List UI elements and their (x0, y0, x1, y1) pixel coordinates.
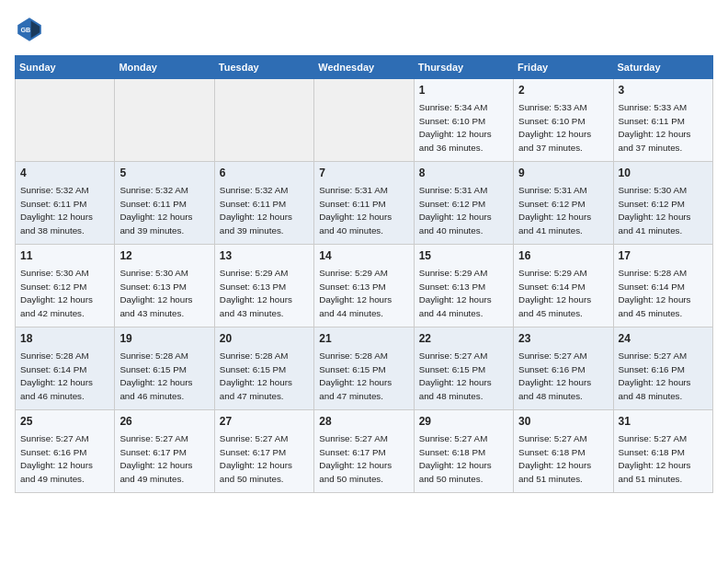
calendar-cell: 15Sunrise: 5:29 AM Sunset: 6:13 PM Dayli… (414, 245, 513, 327)
day-number: 8 (419, 166, 508, 181)
day-info: Sunrise: 5:29 AM Sunset: 6:13 PM Dayligh… (319, 268, 392, 318)
day-number: 3 (619, 83, 708, 98)
day-info: Sunrise: 5:30 AM Sunset: 6:13 PM Dayligh… (119, 268, 192, 318)
day-info: Sunrise: 5:32 AM Sunset: 6:11 PM Dayligh… (220, 185, 292, 236)
header-cell-tuesday: Tuesday (214, 56, 313, 79)
calendar-cell (314, 79, 414, 162)
calendar-cell (115, 79, 214, 162)
day-number: 4 (20, 166, 109, 181)
day-info: Sunrise: 5:28 AM Sunset: 6:14 PM Dayligh… (20, 350, 93, 401)
calendar-cell: 19Sunrise: 5:28 AM Sunset: 6:15 PM Dayli… (115, 327, 214, 410)
calendar-header: SundayMondayTuesdayWednesdayThursdayFrid… (16, 56, 713, 79)
calendar-cell: 9Sunrise: 5:31 AM Sunset: 6:12 PM Daylig… (514, 162, 613, 245)
calendar-cell: 30Sunrise: 5:27 AM Sunset: 6:18 PM Dayli… (514, 410, 613, 493)
calendar-cell: 5Sunrise: 5:32 AM Sunset: 6:11 PM Daylig… (115, 162, 214, 245)
day-info: Sunrise: 5:29 AM Sunset: 6:13 PM Dayligh… (220, 268, 292, 318)
week-row-4: 18Sunrise: 5:28 AM Sunset: 6:14 PM Dayli… (16, 327, 713, 410)
calendar-cell: 8Sunrise: 5:31 AM Sunset: 6:12 PM Daylig… (414, 162, 513, 245)
calendar-cell: 7Sunrise: 5:31 AM Sunset: 6:11 PM Daylig… (314, 162, 414, 245)
calendar-cell: 3Sunrise: 5:33 AM Sunset: 6:11 PM Daylig… (613, 79, 712, 162)
page-header: GB (15, 15, 713, 44)
day-number: 31 (619, 414, 708, 430)
calendar-cell: 21Sunrise: 5:28 AM Sunset: 6:15 PM Dayli… (314, 327, 414, 410)
week-row-3: 11Sunrise: 5:30 AM Sunset: 6:12 PM Dayli… (16, 245, 713, 327)
day-number: 25 (20, 414, 109, 430)
day-number: 2 (518, 83, 608, 98)
calendar-cell (16, 79, 115, 162)
header-cell-friday: Friday (514, 56, 613, 79)
calendar-cell: 29Sunrise: 5:27 AM Sunset: 6:18 PM Dayli… (414, 410, 513, 493)
day-number: 24 (619, 331, 708, 347)
day-info: Sunrise: 5:27 AM Sunset: 6:15 PM Dayligh… (419, 350, 492, 401)
day-info: Sunrise: 5:32 AM Sunset: 6:11 PM Dayligh… (119, 185, 192, 236)
calendar-cell: 23Sunrise: 5:27 AM Sunset: 6:16 PM Dayli… (514, 327, 613, 410)
day-number: 14 (319, 248, 408, 264)
day-number: 30 (518, 414, 608, 430)
logo-icon: GB (15, 15, 44, 44)
day-info: Sunrise: 5:28 AM Sunset: 6:15 PM Dayligh… (119, 350, 192, 401)
day-number: 7 (319, 166, 408, 181)
calendar-cell: 24Sunrise: 5:27 AM Sunset: 6:16 PM Dayli… (613, 327, 712, 410)
day-info: Sunrise: 5:28 AM Sunset: 6:15 PM Dayligh… (319, 350, 392, 401)
calendar-table: SundayMondayTuesdayWednesdayThursdayFrid… (15, 55, 713, 493)
calendar-cell: 11Sunrise: 5:30 AM Sunset: 6:12 PM Dayli… (16, 245, 115, 327)
day-number: 9 (518, 166, 608, 181)
day-info: Sunrise: 5:28 AM Sunset: 6:14 PM Dayligh… (619, 268, 691, 318)
header-cell-sunday: Sunday (16, 56, 115, 79)
day-info: Sunrise: 5:30 AM Sunset: 6:12 PM Dayligh… (619, 185, 691, 236)
day-info: Sunrise: 5:30 AM Sunset: 6:12 PM Dayligh… (20, 268, 93, 318)
day-number: 15 (419, 248, 508, 264)
day-number: 10 (619, 166, 708, 181)
week-row-1: 1Sunrise: 5:34 AM Sunset: 6:10 PM Daylig… (16, 79, 713, 162)
day-number: 19 (119, 331, 209, 347)
day-number: 1 (419, 83, 508, 98)
day-number: 28 (319, 414, 408, 430)
day-number: 21 (319, 331, 408, 347)
calendar-cell: 31Sunrise: 5:27 AM Sunset: 6:18 PM Dayli… (613, 410, 712, 493)
calendar-cell: 22Sunrise: 5:27 AM Sunset: 6:15 PM Dayli… (414, 327, 513, 410)
day-info: Sunrise: 5:31 AM Sunset: 6:11 PM Dayligh… (319, 185, 392, 236)
day-info: Sunrise: 5:27 AM Sunset: 6:16 PM Dayligh… (20, 433, 93, 484)
day-number: 20 (220, 331, 309, 347)
day-number: 26 (119, 414, 209, 430)
header-cell-thursday: Thursday (414, 56, 513, 79)
day-info: Sunrise: 5:27 AM Sunset: 6:17 PM Dayligh… (119, 433, 192, 484)
day-info: Sunrise: 5:32 AM Sunset: 6:11 PM Dayligh… (20, 185, 93, 236)
calendar-cell: 16Sunrise: 5:29 AM Sunset: 6:14 PM Dayli… (514, 245, 613, 327)
logo: GB (15, 15, 48, 44)
calendar-cell: 20Sunrise: 5:28 AM Sunset: 6:15 PM Dayli… (214, 327, 313, 410)
day-info: Sunrise: 5:33 AM Sunset: 6:11 PM Dayligh… (619, 102, 691, 153)
calendar-cell: 14Sunrise: 5:29 AM Sunset: 6:13 PM Dayli… (314, 245, 414, 327)
header-cell-wednesday: Wednesday (314, 56, 414, 79)
day-number: 11 (20, 248, 109, 264)
svg-text:GB: GB (20, 26, 30, 34)
calendar-cell: 12Sunrise: 5:30 AM Sunset: 6:13 PM Dayli… (115, 245, 214, 327)
day-info: Sunrise: 5:27 AM Sunset: 6:18 PM Dayligh… (419, 433, 492, 484)
calendar-cell: 27Sunrise: 5:27 AM Sunset: 6:17 PM Dayli… (214, 410, 313, 493)
week-row-5: 25Sunrise: 5:27 AM Sunset: 6:16 PM Dayli… (16, 410, 713, 493)
day-info: Sunrise: 5:33 AM Sunset: 6:10 PM Dayligh… (518, 102, 591, 153)
calendar-cell: 4Sunrise: 5:32 AM Sunset: 6:11 PM Daylig… (16, 162, 115, 245)
day-number: 27 (220, 414, 309, 430)
header-row: SundayMondayTuesdayWednesdayThursdayFrid… (16, 56, 713, 79)
calendar-cell: 25Sunrise: 5:27 AM Sunset: 6:16 PM Dayli… (16, 410, 115, 493)
day-number: 5 (119, 166, 209, 181)
day-info: Sunrise: 5:31 AM Sunset: 6:12 PM Dayligh… (518, 185, 591, 236)
day-number: 17 (619, 248, 708, 264)
day-info: Sunrise: 5:27 AM Sunset: 6:18 PM Dayligh… (518, 433, 591, 484)
header-cell-saturday: Saturday (613, 56, 712, 79)
calendar-cell: 6Sunrise: 5:32 AM Sunset: 6:11 PM Daylig… (214, 162, 313, 245)
day-info: Sunrise: 5:27 AM Sunset: 6:18 PM Dayligh… (619, 433, 691, 484)
calendar-cell: 10Sunrise: 5:30 AM Sunset: 6:12 PM Dayli… (613, 162, 712, 245)
calendar-cell (214, 79, 313, 162)
header-cell-monday: Monday (115, 56, 214, 79)
calendar-body: 1Sunrise: 5:34 AM Sunset: 6:10 PM Daylig… (16, 79, 713, 493)
day-info: Sunrise: 5:27 AM Sunset: 6:16 PM Dayligh… (518, 350, 591, 401)
day-number: 29 (419, 414, 508, 430)
day-number: 6 (220, 166, 309, 181)
day-info: Sunrise: 5:31 AM Sunset: 6:12 PM Dayligh… (419, 185, 492, 236)
calendar-cell: 1Sunrise: 5:34 AM Sunset: 6:10 PM Daylig… (414, 79, 513, 162)
week-row-2: 4Sunrise: 5:32 AM Sunset: 6:11 PM Daylig… (16, 162, 713, 245)
calendar-cell: 13Sunrise: 5:29 AM Sunset: 6:13 PM Dayli… (214, 245, 313, 327)
day-info: Sunrise: 5:27 AM Sunset: 6:17 PM Dayligh… (220, 433, 292, 484)
